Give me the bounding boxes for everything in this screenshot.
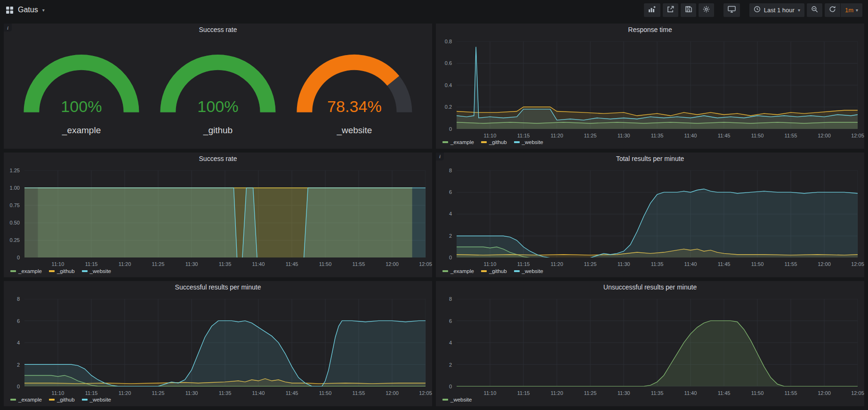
x-axis-label: 12:05 xyxy=(419,261,432,267)
x-axis-label: 11:55 xyxy=(353,390,365,396)
panel-title[interactable]: Unsuccessful results per minute xyxy=(436,281,864,294)
x-axis-label: 11:30 xyxy=(618,390,630,396)
success-rate-chart[interactable]: 00.250.500.751.001.2511:1011:1511:2011:2… xyxy=(4,165,432,278)
legend-item-_github[interactable]: _github xyxy=(481,139,507,145)
x-axis-label: 11:15 xyxy=(517,261,530,267)
x-axis-label: 11:10 xyxy=(52,390,64,396)
panel-info-icon[interactable]: i xyxy=(436,153,444,161)
x-axis-label: 11:45 xyxy=(286,390,298,396)
gauge-label: _github xyxy=(203,125,233,136)
legend-label: _website xyxy=(90,397,111,402)
y-axis-label: 0 xyxy=(17,384,20,389)
chart-legend: _example_github_website xyxy=(4,267,432,277)
panel-info-icon[interactable]: i xyxy=(4,24,12,32)
y-axis-label: 0 xyxy=(449,384,452,389)
legend-item-_github[interactable]: _github xyxy=(49,397,75,402)
x-axis-label: 11:10 xyxy=(484,390,497,396)
legend-label: _github xyxy=(489,268,507,274)
panel-title[interactable]: Response time xyxy=(436,24,864,36)
y-axis-label: 0 xyxy=(449,126,452,132)
add-panel-button[interactable] xyxy=(644,3,660,17)
x-axis-label: 11:15 xyxy=(517,390,530,396)
x-axis-label: 11:10 xyxy=(484,261,497,267)
legend-item-_example[interactable]: _example xyxy=(10,268,42,274)
panel-title[interactable]: Success rate xyxy=(4,24,432,36)
x-axis-label: 11:20 xyxy=(551,133,563,138)
gear-icon xyxy=(703,6,710,14)
chevron-down-icon: ▾ xyxy=(798,8,800,13)
x-axis-label: 11:25 xyxy=(584,261,597,267)
y-axis-label: 0 xyxy=(17,255,20,260)
legend-item-_website[interactable]: _website xyxy=(514,268,543,274)
panel-total-results: i Total results per minute 0246811:1011:… xyxy=(436,153,864,278)
legend-swatch xyxy=(481,270,487,272)
panel-title[interactable]: Success rate xyxy=(4,153,432,165)
legend-label: _website xyxy=(90,268,111,274)
y-axis-label: 4 xyxy=(17,340,20,346)
total-results-chart[interactable]: 0246811:1011:1511:2011:2511:3011:3511:40… xyxy=(436,165,864,278)
dashboard-grid: i Success rate 100% _example 100% _githu… xyxy=(0,20,868,410)
x-axis-label: 11:15 xyxy=(85,390,98,396)
y-axis-label: 2 xyxy=(449,362,452,368)
gauge-value: 100% xyxy=(197,97,238,115)
x-axis-label: 11:20 xyxy=(551,261,563,267)
x-axis-label: 11:25 xyxy=(152,390,165,396)
legend-swatch xyxy=(10,270,16,272)
chart-legend: _website xyxy=(436,396,864,406)
legend-label: _example xyxy=(450,268,474,274)
legend-label: _website xyxy=(522,139,543,145)
x-axis-label: 11:55 xyxy=(785,133,797,138)
unsuccessful-results-chart[interactable]: 0246811:1011:1511:2011:2511:3011:3511:40… xyxy=(436,294,864,406)
x-axis-label: 11:20 xyxy=(119,261,131,267)
time-range-picker[interactable]: Last 1 hour ▾ xyxy=(749,3,804,17)
x-axis-label: 11:30 xyxy=(185,390,198,396)
gauge-value: 100% xyxy=(61,97,102,115)
legend-item-_github[interactable]: _github xyxy=(49,268,75,274)
panel-success-rate-gauges: i Success rate 100% _example 100% _githu… xyxy=(4,24,432,149)
legend-item-_website[interactable]: _website xyxy=(442,397,472,402)
legend-item-_example[interactable]: _example xyxy=(442,268,474,274)
legend-item-_website[interactable]: _website xyxy=(82,268,111,274)
refresh-interval-picker[interactable]: 1m ▾ xyxy=(840,3,862,17)
legend-item-_website[interactable]: _website xyxy=(514,139,543,145)
legend-item-_example[interactable]: _example xyxy=(10,397,42,402)
panel-title[interactable]: Successful results per minute xyxy=(4,281,432,294)
gauge-row: 100% _example 100% _github 78.34% _websi… xyxy=(4,36,432,149)
x-axis-label: 11:50 xyxy=(751,390,764,396)
legend-swatch xyxy=(82,399,88,401)
x-axis-label: 12:00 xyxy=(818,261,831,267)
x-axis-label: 11:20 xyxy=(551,390,563,396)
legend-label: _example xyxy=(450,139,474,145)
legend-item-_website[interactable]: _website xyxy=(82,397,111,402)
legend-item-_example[interactable]: _example xyxy=(442,139,474,145)
x-axis-label: 11:25 xyxy=(152,261,165,267)
chart-legend: _example_github_website xyxy=(4,396,432,406)
panel-title[interactable]: Total results per minute xyxy=(436,153,864,165)
successful-results-chart[interactable]: 0246811:1011:1511:2011:2511:3011:3511:40… xyxy=(4,294,432,406)
chart-legend: _example_github_website xyxy=(436,267,864,277)
settings-button[interactable] xyxy=(699,3,714,17)
chevron-down-icon[interactable]: ▾ xyxy=(42,8,45,13)
zoom-out-button[interactable] xyxy=(807,3,822,17)
refresh-button[interactable] xyxy=(825,3,840,17)
panel-response-time: Response time 00.20.40.60.811:1011:1511:… xyxy=(436,24,864,149)
save-button[interactable] xyxy=(681,3,696,17)
response-time-chart[interactable]: 00.20.40.60.811:1011:1511:2011:2511:3011… xyxy=(436,36,864,149)
gauge-_github: 100% _github xyxy=(153,46,283,136)
x-axis-label: 11:40 xyxy=(684,390,697,396)
y-axis-label: 4 xyxy=(449,340,452,346)
dashboard-title[interactable]: Gatus xyxy=(18,6,38,14)
x-axis-label: 11:10 xyxy=(52,261,64,267)
chart-legend: _example_github_website xyxy=(436,138,864,149)
y-axis-label: 6 xyxy=(449,189,452,195)
legend-item-_github[interactable]: _github xyxy=(481,268,507,274)
legend-swatch xyxy=(10,399,16,401)
legend-swatch xyxy=(514,270,520,272)
y-axis-label: 6 xyxy=(449,318,452,324)
legend-swatch xyxy=(514,141,520,143)
share-button[interactable] xyxy=(663,3,678,17)
cycle-view-mode-button[interactable] xyxy=(723,3,740,17)
x-axis-label: 11:50 xyxy=(319,390,332,396)
dashboards-grid-icon[interactable] xyxy=(6,6,14,14)
x-axis-label: 11:35 xyxy=(219,390,232,396)
